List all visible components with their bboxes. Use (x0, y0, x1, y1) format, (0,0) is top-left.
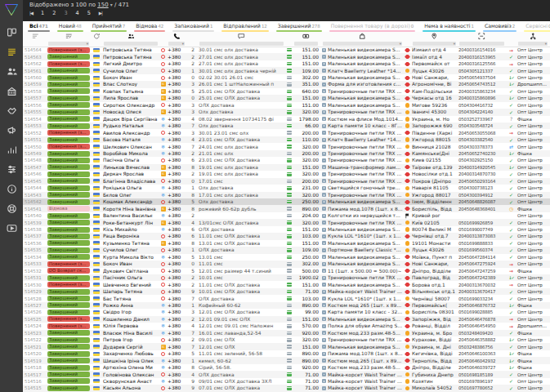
client-phone[interactable]: +380 (168, 310, 187, 314)
page-number-1[interactable]: 1 (41, 10, 44, 16)
tracking-number[interactable]: 20400314920545 (458, 165, 507, 170)
table-row[interactable]: 514557ЗавершенийЛила Ярославlc+380025.01… (23, 95, 550, 101)
tab-status-8[interactable]: Нема в наявності1 (423, 21, 476, 32)
tab-status-7[interactable]: Повернення товару (в дорозі)0 (329, 21, 416, 32)
table-row[interactable]: 514521ЗавершенийДударев Сергійlc+380712.… (23, 343, 550, 350)
tracking-number[interactable]: 0501697896197 (458, 379, 507, 384)
client-phone[interactable]: +380 (168, 261, 187, 266)
chevron-down-icon[interactable]: ▾ (110, 2, 113, 7)
client-phone[interactable]: +380 (168, 331, 187, 336)
last-page-icon[interactable]: ▶| (99, 11, 102, 16)
table-row[interactable]: 514537ЗавершенийРаца Вероніка+380611.01 … (23, 233, 550, 239)
client-phone[interactable]: +380 (168, 47, 187, 52)
client-phone[interactable]: +380 (168, 172, 187, 176)
clients-column-icon[interactable] (103, 33, 160, 40)
tracking-number[interactable]: 20450647247259 (458, 269, 507, 274)
client-phone[interactable]: +380 (168, 241, 187, 246)
tracking-number[interactable]: 0501699033234 (458, 296, 507, 301)
page-number-3[interactable]: 3 (64, 10, 67, 16)
tracking-number[interactable]: 20450650293164 (458, 179, 507, 184)
app-logo-icon[interactable] (3, 2, 20, 17)
table-row[interactable]: 514530Повернення (з...Шевченко Евгений+3… (23, 281, 550, 287)
tab-status-2[interactable]: Прийнятий7 (91, 21, 127, 32)
table-row[interactable]: 514541ВідмоваКоротя Ніна Іванівнаlc+3808… (23, 205, 550, 212)
tab-status-3[interactable]: Відмова42 (134, 21, 165, 32)
tracking-number[interactable]: 20400315863234 (458, 89, 507, 94)
tracking-number[interactable]: 20450654743512 (458, 82, 507, 87)
company-icon[interactable] (0, 81, 23, 100)
comment-column-icon[interactable] (196, 33, 286, 40)
tab-status-4[interactable]: Запакований1 (172, 21, 214, 32)
client-phone[interactable]: +380 (168, 199, 187, 204)
tracking-number[interactable]: 20450646454950 (458, 323, 507, 328)
client-phone[interactable]: +380 (168, 227, 187, 232)
support-icon[interactable] (0, 198, 23, 218)
tracking-number[interactable]: 20450646876732 (458, 303, 507, 308)
client-phone[interactable]: +380 (168, 255, 187, 260)
table-row[interactable]: 514559ЗавершенийВлас Слоткоуlc+380326.01… (23, 81, 550, 87)
client-phone[interactable]: +380 (168, 379, 187, 384)
tab-status-5[interactable]: Відправлений12 (221, 21, 268, 32)
table-row[interactable]: 514516ЗавершенийСкворунская Анаст❄+38090… (23, 378, 550, 385)
table-row[interactable]: 514535ЗавершенийСучилов Олег+3801ОЛХ дос… (23, 247, 550, 253)
client-phone[interactable]: +380 (168, 109, 187, 114)
filter-input[interactable]: ▾ (518, 42, 548, 46)
client-phone[interactable]: +380 (168, 96, 187, 100)
tracking-number[interactable]: 20450647275924 (458, 261, 507, 266)
tracking-number[interactable]: 20400313670417 (458, 289, 507, 294)
tracking-number[interactable]: 20450646042932 (458, 359, 507, 363)
tracking-number[interactable]: 20400316125566 (458, 61, 507, 66)
filter-input[interactable] (459, 42, 504, 46)
table-row[interactable]: 514531ЗавершенийПасічник Ольга+380210.01… (23, 274, 550, 281)
client-phone[interactable]: +380 (168, 69, 187, 74)
table-row[interactable]: 514544ЗавершенийРокіцька Ольга❄+3801Олх … (23, 185, 550, 191)
tracking-number[interactable]: 20400314870730 (458, 172, 507, 176)
settings-icon[interactable] (0, 159, 23, 179)
table-row[interactable]: 514548ЗавершенийПасічна Ольга+380623.01 … (23, 157, 550, 163)
client-phone[interactable]: +380 (168, 359, 187, 363)
table-row[interactable]: 514539ЗавершенийРоке-Бетанкурт Лінlc+380… (23, 219, 550, 225)
tracking-number[interactable]: 0501699560374 (458, 247, 507, 252)
page-number-4[interactable]: 4 (76, 10, 79, 16)
column-filter-icon[interactable] (47, 33, 92, 40)
tracking-number[interactable]: 0501698185189 (458, 372, 507, 377)
client-phone[interactable]: +380 (168, 283, 187, 287)
tracking-number[interactable]: 0504304224140 (458, 109, 507, 114)
tracking-number[interactable]: 0503248409420 (458, 331, 507, 336)
tracking-number[interactable]: 0501699028885 (458, 310, 507, 314)
table-row[interactable]: 514538ЗавершенийКісь Михайло❄+3806ОЛХ до… (23, 226, 550, 233)
client-phone[interactable]: +380 (168, 179, 187, 184)
tracking-number[interactable]: 0501699888833 (458, 241, 507, 246)
client-phone[interactable]: +380 (168, 117, 187, 122)
filter-input[interactable] (294, 42, 318, 46)
page-number-5[interactable]: 5 (87, 10, 91, 16)
table-row[interactable]: 514527ЗавершенийРожко Анна❄+3801Кофейный… (23, 302, 550, 309)
tracking-number[interactable]: 20400313873083 (458, 234, 507, 238)
tab-status-9[interactable]: Самовивіз2 (483, 21, 516, 32)
product-column-icon[interactable] (320, 33, 405, 40)
first-page-icon[interactable]: |◀ (29, 11, 33, 16)
table-row[interactable]: 514550Повернення (з...Шелкович Олексан❄+… (23, 143, 550, 149)
client-phone[interactable]: +380 (168, 123, 187, 128)
tracking-number[interactable]: 20400316153965 (458, 55, 507, 60)
marketing-icon[interactable] (0, 120, 23, 140)
tracking-number[interactable]: 0504304416732 (458, 103, 507, 108)
table-row[interactable]: 514549ЗавершенийВоробйов Микола❄+380221.… (23, 150, 550, 157)
client-phone[interactable]: +380 (168, 234, 187, 238)
filter-input[interactable]: ▾ (48, 42, 89, 46)
client-phone[interactable]: +380 (168, 137, 187, 142)
table-row[interactable]: 514561ЗавершенийСучилов Олег+380130.01 с… (23, 67, 550, 74)
tracking-number[interactable]: 20450646039727 (458, 365, 507, 370)
info-icon[interactable] (0, 179, 23, 198)
client-phone[interactable]: +380 (168, 317, 187, 322)
tracking-number[interactable]: 20400313670032 (458, 283, 507, 287)
client-phone[interactable]: +380 (168, 207, 187, 212)
tab-status-6[interactable]: Завершений278 (276, 21, 322, 32)
tracking-number[interactable]: 0504305121337 (458, 69, 507, 74)
table-row[interactable]: 514564Повернення (з...Петровська Тетяна+… (23, 47, 550, 53)
client-phone[interactable]: +380 (168, 55, 187, 60)
table-row[interactable]: 514515ЗавершенийКасьян Альона+380907.01 … (23, 385, 550, 391)
table-row[interactable]: 514543ЗавершенийБєлов Олег❄+380817.01 см… (23, 192, 550, 198)
refresh-icon[interactable] (92, 33, 103, 40)
client-phone[interactable]: +380 (168, 365, 187, 370)
